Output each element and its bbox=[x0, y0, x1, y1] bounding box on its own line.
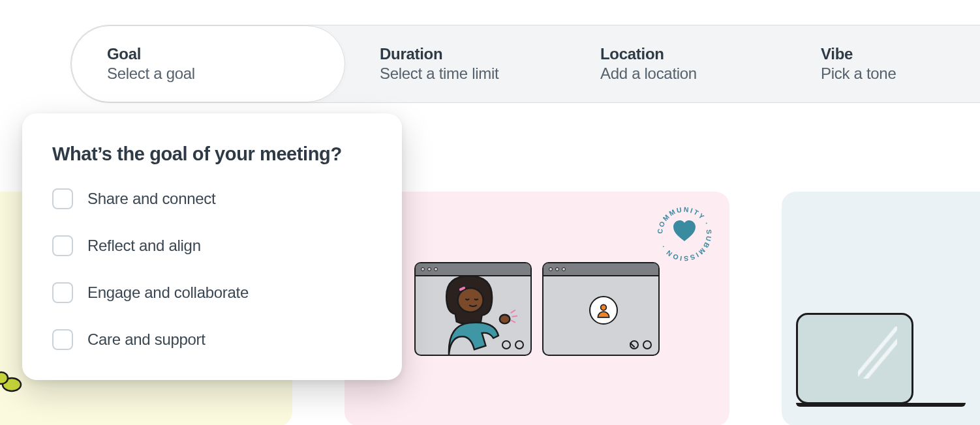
goal-select-popover: What’s the goal of your meeting? Share a… bbox=[22, 113, 402, 380]
tab-subtitle: Select a goal bbox=[107, 65, 309, 83]
checkbox[interactable] bbox=[52, 188, 73, 209]
goal-option-engage-collaborate[interactable]: Engage and collaborate bbox=[52, 282, 372, 303]
caterpillar-illustration bbox=[0, 365, 22, 394]
tab-duration[interactable]: Duration Select a time limit bbox=[345, 25, 565, 102]
option-label: Reflect and align bbox=[87, 237, 201, 255]
checkbox[interactable] bbox=[52, 329, 73, 350]
user-avatar-icon bbox=[589, 296, 618, 325]
tab-location[interactable]: Location Add a location bbox=[565, 25, 786, 102]
meeting-setup-tabs: Goal Select a goal Duration Select a tim… bbox=[70, 25, 980, 103]
svg-point-1 bbox=[0, 372, 8, 384]
tab-title: Vibe bbox=[821, 45, 945, 63]
template-card[interactable] bbox=[782, 192, 980, 425]
checkbox[interactable] bbox=[52, 282, 73, 303]
video-window-illustration bbox=[542, 262, 660, 356]
template-card[interactable]: COMMUNITY · SUBMISSION · bbox=[345, 192, 729, 425]
goal-option-care-support[interactable]: Care and support bbox=[52, 329, 372, 350]
tab-goal[interactable]: Goal Select a goal bbox=[71, 25, 345, 102]
popover-heading: What’s the goal of your meeting? bbox=[52, 143, 372, 165]
community-submission-badge: COMMUNITY · SUBMISSION · bbox=[655, 205, 714, 263]
tab-title: Duration bbox=[380, 45, 530, 63]
option-label: Engage and collaborate bbox=[87, 284, 249, 302]
tab-subtitle: Select a time limit bbox=[380, 65, 530, 83]
svg-point-4 bbox=[458, 288, 483, 312]
svg-point-7 bbox=[601, 304, 607, 310]
tab-title: Location bbox=[600, 45, 750, 63]
tab-title: Goal bbox=[107, 45, 309, 63]
tab-subtitle: Pick a tone bbox=[821, 65, 945, 83]
laptop-illustration bbox=[796, 313, 966, 407]
option-label: Care and support bbox=[87, 330, 206, 349]
option-label: Share and connect bbox=[87, 190, 215, 208]
checkbox[interactable] bbox=[52, 235, 73, 256]
tab-subtitle: Add a location bbox=[600, 65, 750, 83]
tab-vibe[interactable]: Vibe Pick a tone bbox=[786, 25, 980, 102]
video-window-illustration bbox=[414, 262, 532, 356]
svg-point-6 bbox=[500, 315, 510, 324]
goal-option-share-connect[interactable]: Share and connect bbox=[52, 188, 372, 209]
goal-option-reflect-align[interactable]: Reflect and align bbox=[52, 235, 372, 256]
